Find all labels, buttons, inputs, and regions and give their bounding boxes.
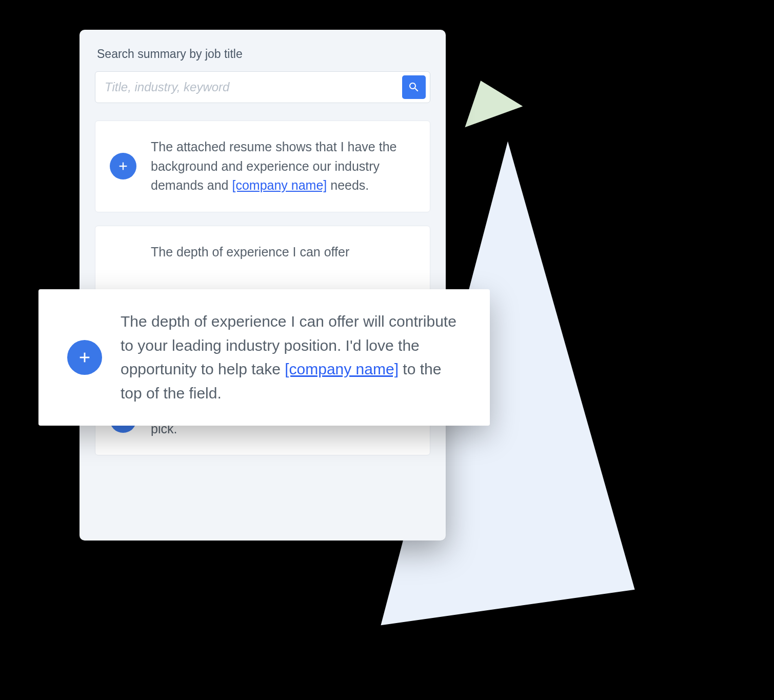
summary-text-1: The attached resume shows that I have th… — [151, 137, 412, 195]
overlay-add-button[interactable] — [67, 340, 102, 375]
panel-title: Search summary by job title — [95, 47, 430, 61]
overlay-placeholder[interactable]: [company name] — [285, 361, 399, 377]
plus-icon — [77, 350, 92, 365]
summary-text-2-before: The depth of experience I can offer — [151, 245, 349, 259]
search-summary-panel: Search summary by job title The attached… — [80, 30, 446, 541]
search-bar — [95, 71, 430, 103]
summary-text-1-after: needs. — [327, 178, 369, 192]
search-icon — [408, 81, 420, 93]
summary-placeholder-1[interactable]: [company name] — [232, 178, 327, 192]
decorative-triangle-small — [452, 70, 523, 128]
search-button[interactable] — [402, 75, 426, 99]
overlay-summary-text: The depth of experience I can offer will… — [121, 310, 464, 405]
overlay-summary-card: The depth of experience I can offer will… — [38, 289, 490, 426]
summary-card-1: The attached resume shows that I have th… — [95, 121, 430, 212]
summary-text-2: The depth of experience I can offer — [151, 243, 349, 262]
search-input[interactable] — [105, 80, 402, 94]
plus-icon — [117, 161, 129, 172]
add-button-1[interactable] — [110, 153, 136, 179]
